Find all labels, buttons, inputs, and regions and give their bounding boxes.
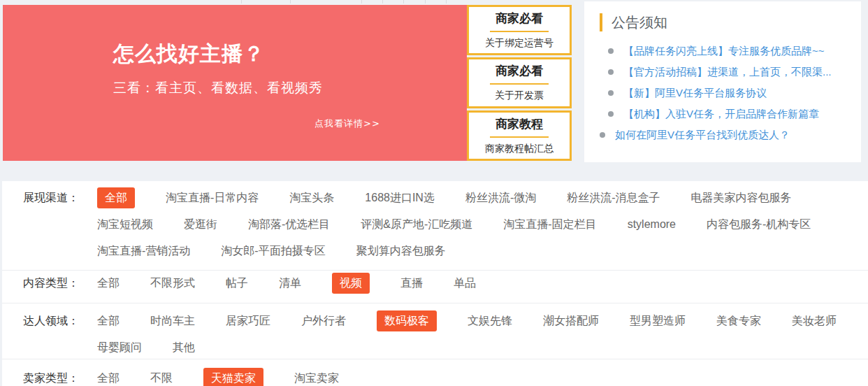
- announcement-item: 如何在阿里V任务平台找到优质达人？: [600, 124, 848, 145]
- tick: [361, 0, 362, 3]
- filter-option[interactable]: 全部: [97, 273, 120, 294]
- announcement-title: 公告须知: [612, 13, 667, 32]
- filter-option[interactable]: 粉丝洪流-微淘: [465, 187, 536, 208]
- filter-option[interactable]: 淘部落-优选栏目: [248, 214, 330, 235]
- filter-label: 达人领域：: [2, 310, 97, 358]
- announcement-link[interactable]: 【机构】入驻V任务，开启品牌合作新篇章: [623, 108, 819, 121]
- filter-option[interactable]: 1688进口IN选: [365, 187, 435, 208]
- card-subtitle: 关于开发票: [495, 90, 544, 102]
- filter-option[interactable]: 粉丝洪流-消息盒子: [567, 187, 660, 208]
- announcement-header: 公告须知: [600, 13, 848, 32]
- filter-option[interactable]: 居家巧匠: [226, 310, 270, 331]
- announcement-link[interactable]: 【官方活动招稿】进渠道，上首页，不限渠...: [623, 66, 832, 79]
- filter-option[interactable]: 爱逛街: [184, 214, 217, 235]
- merchant-notice-boxes: 商家必看 关于绑定运营号 商家必看 关于开发票 商家教程 商家教程帖汇总: [467, 5, 572, 161]
- tick: [403, 0, 404, 3]
- filter-label: 卖家类型：: [2, 368, 97, 386]
- filter-option[interactable]: 天猫卖家: [203, 368, 263, 386]
- filter-row-seller-type: 卖家类型： 全部 不限 天猫卖家 淘宝卖家: [2, 359, 868, 386]
- merchant-notice-card[interactable]: 商家必看 关于开发票: [467, 57, 572, 108]
- filter-option[interactable]: 时尚车主: [150, 310, 195, 331]
- filter-option[interactable]: 不限形式: [150, 273, 195, 294]
- filter-option[interactable]: 电器美家内容包服务: [691, 187, 792, 208]
- filter-option[interactable]: 单品: [454, 273, 476, 294]
- bullet-icon: [608, 48, 614, 54]
- filter-row-talent-field: 达人领域： 全部 时尚车主 居家巧匠 户外行者 数码极客 文娱先锋 潮女搭配师 …: [2, 303, 868, 359]
- filter-option[interactable]: 潮女搭配师: [543, 310, 599, 331]
- filter-option[interactable]: 型男塑造师: [630, 310, 686, 331]
- card-title: 商家教程: [496, 116, 543, 132]
- banner-subtitle: 三看：看主页、看数据、看视频秀: [113, 79, 323, 97]
- merchant-notice-card[interactable]: 商家教程 商家教程帖汇总: [467, 110, 572, 161]
- filter-option[interactable]: 全部: [97, 310, 120, 331]
- filter-panel: 展现渠道： 全部 淘宝直播-日常内容 淘宝头条 1688进口IN选 粉丝洪流-微…: [2, 181, 868, 386]
- filter-options: 全部 时尚车主 居家巧匠 户外行者 数码极客 文娱先锋 潮女搭配师 型男塑造师 …: [97, 310, 868, 358]
- filter-option[interactable]: 淘宝直播-日常内容: [166, 187, 259, 208]
- filter-option[interactable]: stylemore: [628, 214, 676, 235]
- filter-option[interactable]: 内容包服务-机构专区: [707, 214, 811, 235]
- announcement-item: 【新】阿里V任务平台服务协议: [600, 83, 848, 103]
- filter-label: 内容类型：: [2, 273, 97, 294]
- card-underline: [490, 31, 549, 32]
- announcement-panel: 公告须知 【品牌任务闪亮上线】专注服务优质品牌~~ 【官方活动招稿】进渠道，上首…: [584, 1, 861, 162]
- filter-label: 展现渠道：: [2, 187, 97, 262]
- announcement-link[interactable]: 【新】阿里V任务平台服务协议: [623, 87, 767, 100]
- promo-banner: 怎么找好主播？ 三看：看主页、看数据、看视频秀 点我看详情>>: [3, 5, 467, 161]
- bullet-icon: [608, 69, 614, 75]
- announcement-list: 【品牌任务闪亮上线】专注服务优质品牌~~ 【官方活动招稿】进渠道，上首页，不限渠…: [600, 41, 848, 145]
- filter-options: 全部 不限 天猫卖家 淘宝卖家: [97, 368, 868, 386]
- announcement-link[interactable]: 如何在阿里V任务平台找到优质达人？: [615, 129, 790, 142]
- banner-cta-link[interactable]: 点我看详情>>: [314, 117, 380, 130]
- filter-option[interactable]: 母婴顾问: [97, 337, 142, 358]
- announcement-item: 【官方活动招稿】进渠道，上首页，不限渠...: [600, 62, 848, 83]
- announcement-item: 【品牌任务闪亮上线】专注服务优质品牌~~: [600, 41, 848, 62]
- announcement-item: 【机构】入驻V任务，开启品牌合作新篇章: [600, 103, 848, 124]
- card-subtitle: 商家教程帖汇总: [485, 143, 554, 155]
- filter-option[interactable]: 直播: [400, 273, 423, 294]
- filter-option[interactable]: 帖子: [226, 273, 248, 294]
- filter-option[interactable]: 淘宝短视频: [97, 214, 153, 235]
- filter-option[interactable]: 淘宝卖家: [294, 368, 339, 386]
- filter-row-content-type: 内容类型： 全部 不限形式 帖子 清单 视频 直播 单品: [2, 271, 868, 303]
- tick: [382, 0, 383, 3]
- filter-option[interactable]: 全部: [97, 187, 135, 208]
- filter-option[interactable]: 淘女郎-平面拍摄专区: [221, 241, 325, 262]
- bullet-icon: [608, 90, 614, 96]
- filter-option[interactable]: 不限: [150, 368, 173, 386]
- filter-options: 全部 不限形式 帖子 清单 视频 直播 单品: [97, 273, 868, 294]
- filter-option[interactable]: 淘宝直播-固定栏目: [503, 214, 596, 235]
- filter-row-display-channel: 展现渠道： 全部 淘宝直播-日常内容 淘宝头条 1688进口IN选 粉丝洪流-微…: [2, 181, 868, 271]
- card-subtitle: 关于绑定运营号: [485, 37, 554, 50]
- banner-title: 怎么找好主播？: [113, 40, 265, 69]
- filter-option[interactable]: 清单: [279, 273, 301, 294]
- filter-option[interactable]: 评测&原产地-汇吃频道: [361, 214, 472, 235]
- filter-option[interactable]: 美妆老师: [792, 310, 837, 331]
- card-underline: [490, 83, 549, 85]
- filter-option[interactable]: 户外行者: [301, 310, 346, 331]
- filter-option[interactable]: 聚划算内容包服务: [356, 241, 446, 262]
- tick: [241, 0, 242, 3]
- filter-option[interactable]: 淘宝直播-营销活动: [97, 241, 190, 262]
- bullet-icon: [608, 111, 614, 117]
- filter-option[interactable]: 文娱先锋: [468, 310, 512, 331]
- tick: [446, 0, 447, 3]
- merchant-notice-card[interactable]: 商家必看 关于绑定运营号: [467, 5, 572, 55]
- filter-option[interactable]: 美食专家: [716, 310, 761, 331]
- filter-option[interactable]: 淘宝头条: [289, 187, 334, 208]
- card-title: 商家必看: [496, 10, 543, 27]
- announcement-link[interactable]: 【品牌任务闪亮上线】专注服务优质品牌~~: [623, 45, 825, 58]
- card-title: 商家必看: [496, 63, 543, 79]
- card-underline: [490, 136, 549, 138]
- accent-bar: [600, 13, 602, 31]
- bullet-icon: [600, 132, 605, 138]
- filter-option[interactable]: 全部: [97, 368, 120, 386]
- tick: [290, 0, 291, 3]
- filter-options: 全部 淘宝直播-日常内容 淘宝头条 1688进口IN选 粉丝洪流-微淘 粉丝洪流…: [97, 187, 868, 262]
- filter-option[interactable]: 视频: [332, 273, 370, 294]
- filter-option[interactable]: 数码极客: [377, 310, 437, 331]
- tick: [425, 0, 426, 3]
- filter-option[interactable]: 其他: [173, 337, 195, 358]
